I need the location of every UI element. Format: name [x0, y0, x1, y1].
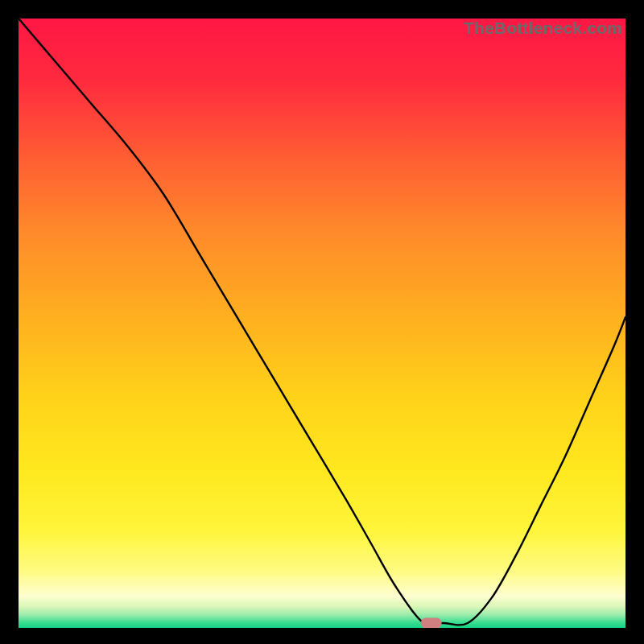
plot-area: TheBottleneck.com	[19, 19, 625, 628]
chart-frame: TheBottleneck.com	[0, 0, 644, 644]
watermark-text: TheBottleneck.com	[464, 19, 622, 38]
marker-point	[421, 617, 442, 628]
gradient-background	[19, 19, 625, 628]
chart-svg	[19, 19, 625, 628]
